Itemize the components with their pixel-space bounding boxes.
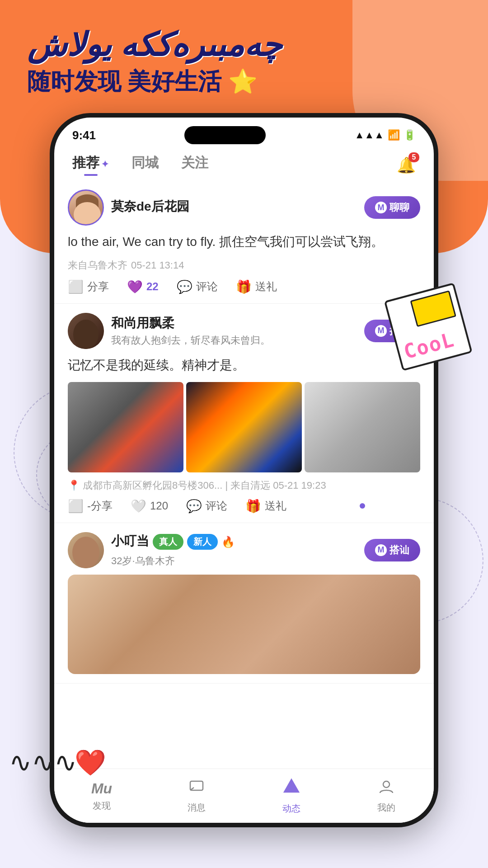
dynamic-island (184, 126, 266, 144)
tag-new: 新人 (187, 534, 218, 550)
post-image-2[interactable] (186, 382, 302, 472)
tab-following[interactable]: 关注 (181, 154, 208, 176)
post-card-1: 莫奈de后花园 M 聊聊 lo the air, We can try to f… (54, 180, 434, 304)
heartbeat-line: ∿∿∿ (9, 749, 77, 776)
gift-icon-2: 🎁 (245, 499, 261, 514)
feed-icon (282, 778, 300, 800)
location-icon: 📍 (68, 480, 80, 491)
post-1-comment[interactable]: 💬 评论 (177, 279, 218, 294)
post-2-like[interactable]: 🤍 120 (131, 499, 168, 514)
post-2-gift[interactable]: 🎁 送礼 (245, 499, 286, 514)
nav-feed[interactable]: 动态 (244, 778, 339, 815)
status-icons: ▲▲▲ 📶 🔋 (355, 129, 416, 141)
notification-badge: 5 (408, 152, 419, 162)
share-icon: ⬜ (68, 279, 84, 294)
status-time: 9:41 (72, 128, 96, 142)
post-3-user-info: 小叮当 真人 新人 🔥 32岁·乌鲁木齐 (111, 533, 364, 568)
post-3-header: 小叮当 真人 新人 🔥 32岁·乌鲁木齐 M 搭讪 (68, 532, 420, 568)
nav-profile-label: 我的 (377, 802, 395, 814)
nav-feed-label: 动态 (282, 802, 300, 815)
post-2-location: 📍 成都市高新区孵化园8号楼306... | 来自清远 05-21 19:23 (68, 479, 420, 492)
post-1-header: 莫奈de后花园 M 聊聊 (68, 189, 420, 226)
heartbeat-decoration: ∿∿∿ ❤️ (9, 748, 106, 778)
nav-discover-label: 发现 (93, 800, 111, 812)
post-1-datetime: 05-21 13:14 (131, 259, 184, 271)
chinese-subtitle: 随时发现 美好生活 ⭐ (27, 67, 282, 95)
post-2-images (68, 382, 420, 472)
post-card-2: 和尚用飘柔 我有故人抱剑去，斩尽春风未曾归。 M 搭讪 记忆不是我的延续。精神才… (54, 304, 434, 523)
star-icon: ⭐ (228, 67, 258, 95)
svg-marker-1 (284, 779, 299, 792)
post-3-username: 小叮当 (111, 533, 149, 550)
post-1-chat-button[interactable]: M 聊聊 (364, 196, 420, 219)
profile-icon (378, 778, 394, 799)
tab-header: 推荐✦ 同城 关注 🔔 5 (54, 145, 434, 180)
header-section: چەمبىرەككە يولاش 随时发现 美好生活 ⭐ (27, 27, 282, 96)
heart-icon: ❤️ (75, 748, 106, 778)
avatar-1[interactable] (68, 189, 104, 226)
bottom-nav: Mu 发现 消息 动态 我的 (54, 769, 434, 823)
messages-icon (188, 778, 205, 799)
feed[interactable]: 莫奈de后花园 M 聊聊 lo the air, We can try to f… (54, 180, 434, 786)
heart-icon-2: 🤍 (131, 499, 146, 514)
comment-icon: 💬 (177, 279, 192, 294)
comment-icon-2: 💬 (186, 499, 202, 514)
post-2-comment[interactable]: 💬 评论 (186, 499, 227, 514)
post-2-content: 记忆不是我的延续。精神才是。 (68, 355, 420, 376)
heart-filled-icon: 💜 (127, 279, 143, 294)
status-bar: 9:41 ▲▲▲ 📶 🔋 (54, 118, 434, 145)
notification-bell[interactable]: 🔔 5 (397, 156, 416, 174)
post-2-username: 和尚用飘柔 (111, 315, 364, 332)
post-2-user-info: 和尚用飘柔 我有故人抱剑去，斩尽春风未曾归。 (111, 315, 364, 347)
battery-icon: 🔋 (404, 129, 416, 141)
post-1-gift[interactable]: 🎁 送礼 (236, 279, 277, 294)
m-logo-3: M (375, 544, 387, 556)
post-1-content: lo the air, We can try to fly. 抓住空气我们可以尝… (68, 232, 420, 252)
tag-real: 真人 (153, 534, 183, 550)
sparkle-icon: ✦ (101, 159, 109, 169)
post-3-sub: 32岁·乌鲁木齐 (111, 554, 364, 568)
nav-messages[interactable]: 消息 (149, 778, 244, 814)
post-2-share[interactable]: ⬜ -分享 (68, 499, 113, 514)
post-3-chat-button[interactable]: M 搭讪 (364, 539, 420, 561)
avatar-3[interactable] (68, 532, 104, 568)
cool-yellow-bg (410, 290, 456, 327)
cool-text: CooL (401, 328, 457, 363)
wifi-icon: 📶 (388, 129, 400, 141)
post-3-image[interactable] (68, 575, 420, 674)
tab-recommend[interactable]: 推荐✦ (72, 154, 109, 176)
scroll-indicator (360, 503, 365, 509)
post-image-3[interactable] (305, 382, 420, 472)
discover-icon: Mu (91, 780, 112, 797)
m-logo-2: M (375, 325, 387, 337)
post-1-actions: ⬜ 分享 💜 22 💬 评论 🎁 送礼 (68, 279, 420, 294)
nav-discover[interactable]: Mu 发现 (54, 780, 149, 812)
post-card-3: 小叮当 真人 新人 🔥 32岁·乌鲁木齐 M 搭讪 (54, 523, 434, 684)
uyghur-title: چەمبىرەككە يولاش (27, 27, 282, 63)
post-image-1[interactable] (68, 382, 183, 472)
gift-icon: 🎁 (236, 279, 252, 294)
post-1-share[interactable]: ⬜ 分享 (68, 279, 109, 294)
post-1-username: 莫奈de后花园 (111, 198, 364, 215)
post-1-like[interactable]: 💜 22 (127, 279, 159, 294)
post-1-meta: 来自乌鲁木齐 05-21 13:14 (68, 259, 420, 272)
post-1-location: 来自乌鲁木齐 (68, 259, 127, 272)
post-2-sub: 我有故人抱剑去，斩尽春风未曾归。 (111, 334, 364, 347)
nav-profile[interactable]: 我的 (339, 778, 434, 814)
post-1-user-info: 莫奈de后花园 (111, 198, 364, 217)
avatar-2[interactable] (68, 313, 104, 349)
svg-point-2 (383, 781, 389, 788)
nav-messages-label: 消息 (188, 802, 206, 814)
signal-icon: ▲▲▲ (355, 129, 384, 141)
fire-icon: 🔥 (221, 536, 235, 548)
m-logo: M (375, 202, 387, 213)
tab-nearby[interactable]: 同城 (131, 154, 159, 176)
post-2-actions: ⬜ -分享 🤍 120 💬 评论 🎁 送礼 (68, 499, 420, 514)
post-2-header: 和尚用飘柔 我有故人抱剑去，斩尽春风未曾归。 M 搭讪 (68, 313, 420, 349)
phone-frame: 9:41 ▲▲▲ 📶 🔋 推荐✦ 同城 关注 🔔 5 (50, 113, 438, 827)
share-icon-2: ⬜ (68, 499, 84, 514)
